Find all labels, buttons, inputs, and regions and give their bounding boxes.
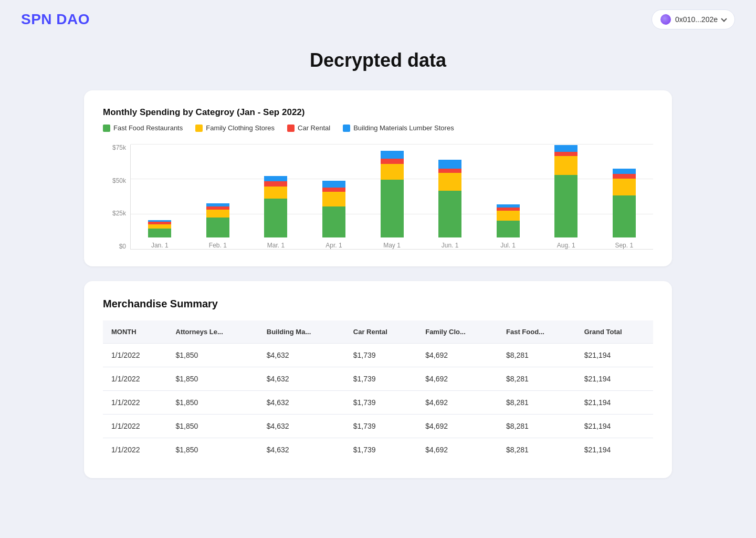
bar-segment-family_clothing [381, 164, 404, 180]
table-cell: $4,692 [417, 415, 498, 438]
chart-title: Monthly Spending by Categroy (Jan - Sep … [103, 107, 653, 118]
bar-segment-fast_food [148, 229, 171, 237]
x-label: Sep. 1 [615, 242, 633, 249]
table-cell: $1,739 [345, 391, 417, 415]
bar-segment-family_clothing [206, 210, 229, 218]
legend-item-car-rental: Car Rental [287, 124, 330, 132]
bar-group: Aug. 1 [537, 144, 595, 249]
x-label: Apr. 1 [326, 242, 342, 249]
y-axis: $0$25k$50k$75k [103, 144, 130, 250]
table-cell: $4,632 [258, 367, 345, 391]
table-cell: $8,281 [498, 367, 576, 391]
bar-segment-building_materials [438, 160, 461, 169]
legend-item-building-materials: Building Materials Lumber Stores [343, 124, 454, 132]
table-cell: $1,739 [345, 344, 417, 367]
table-row: 1/1/2022$1,850$4,632$1,739$4,692$8,281$2… [103, 391, 653, 415]
bar-segment-car_rental [554, 152, 578, 156]
table-cell: 1/1/2022 [103, 344, 167, 367]
header-row: MONTHAttorneys Le...Building Ma...Car Re… [103, 320, 653, 344]
chart-legend: Fast Food RestaurantsFamily Clothing Sto… [103, 124, 653, 132]
x-label: Aug. 1 [557, 242, 575, 249]
x-label: Feb. 1 [209, 242, 227, 249]
wallet-button[interactable]: 0x010...202e [652, 9, 735, 29]
chart-inner: Jan. 1Feb. 1Mar. 1Apr. 1May 1Jun. 1Jul. … [130, 144, 653, 250]
bar-segment-fast_food [497, 221, 520, 237]
logo: SPN DAO [21, 11, 90, 28]
main-content: Decrypted data Monthly Spending by Categ… [63, 39, 693, 524]
table-cell: $1,739 [345, 415, 417, 438]
bar-segment-fast_food [438, 191, 461, 237]
bar-segment-car_rental [613, 174, 636, 178]
table-row: 1/1/2022$1,850$4,632$1,739$4,692$8,281$2… [103, 438, 653, 462]
page-title: Decrypted data [84, 49, 672, 71]
bar-segment-family_clothing [613, 179, 636, 195]
table-column-header: MONTH [103, 320, 167, 344]
table-row: 1/1/2022$1,850$4,632$1,739$4,692$8,281$2… [103, 367, 653, 391]
bar-stack [264, 176, 287, 237]
table-cell: $1,739 [345, 438, 417, 462]
bar-segment-car_rental [322, 188, 345, 192]
bar-group: Jan. 1 [131, 144, 189, 249]
bar-group: Apr. 1 [305, 144, 363, 249]
table-cell: 1/1/2022 [103, 415, 167, 438]
bar-segment-family_clothing [264, 187, 287, 199]
bar-segment-car_rental [381, 159, 404, 164]
legend-label-fast-food: Fast Food Restaurants [113, 124, 183, 132]
x-label: Jul. 1 [500, 242, 516, 249]
bar-segment-fast_food [264, 199, 287, 237]
bar-segment-family_clothing [438, 173, 461, 191]
header: SPN DAO 0x010...202e [0, 0, 756, 39]
bar-segment-fast_food [206, 218, 229, 237]
bar-stack [438, 160, 461, 237]
chart-card: Monthly Spending by Categroy (Jan - Sep … [84, 90, 672, 266]
table-row: 1/1/2022$1,850$4,632$1,739$4,692$8,281$2… [103, 344, 653, 367]
table-cell: $1,850 [167, 438, 258, 462]
table-cell: $1,850 [167, 415, 258, 438]
table-cell: $4,632 [258, 391, 345, 415]
table-column-header: Family Clo... [417, 320, 498, 344]
bar-segment-building_materials [322, 181, 345, 188]
bar-stack [148, 220, 171, 237]
table-cell: $4,632 [258, 438, 345, 462]
x-label: Jan. 1 [151, 242, 169, 249]
table-header: MONTHAttorneys Le...Building Ma...Car Re… [103, 320, 653, 344]
y-label: $50k [112, 178, 126, 184]
bar-stack [554, 145, 578, 237]
bar-segment-family_clothing [497, 211, 520, 221]
table-row: 1/1/2022$1,850$4,632$1,739$4,692$8,281$2… [103, 415, 653, 438]
table-cell: $21,194 [576, 438, 653, 462]
table-title: Merchandise Summary [103, 298, 653, 310]
bar-segment-fast_food [381, 180, 404, 237]
x-label: May 1 [383, 242, 401, 249]
legend-label-building-materials: Building Materials Lumber Stores [353, 124, 454, 132]
bar-segment-building_materials [613, 169, 636, 174]
table-cell: $4,692 [417, 391, 498, 415]
bar-chart: $0$25k$50k$75k Jan. 1Feb. 1Mar. 1Apr. 1M… [103, 144, 653, 250]
table-card: Merchandise Summary MONTHAttorneys Le...… [84, 281, 672, 478]
table-cell: $21,194 [576, 367, 653, 391]
bar-segment-fast_food [554, 175, 578, 237]
bar-group: Feb. 1 [189, 144, 247, 249]
table-cell: 1/1/2022 [103, 438, 167, 462]
bar-stack [322, 181, 345, 237]
table-cell: $4,692 [417, 438, 498, 462]
table-cell: $1,850 [167, 391, 258, 415]
table-cell: $8,281 [498, 438, 576, 462]
table-column-header: Grand Total [576, 320, 653, 344]
table-cell: 1/1/2022 [103, 367, 167, 391]
wallet-avatar [660, 14, 671, 25]
table-body: 1/1/2022$1,850$4,632$1,739$4,692$8,281$2… [103, 344, 653, 462]
table-cell: $1,850 [167, 344, 258, 367]
y-label: $75k [112, 144, 126, 151]
bar-segment-building_materials [554, 145, 578, 152]
table-cell: $8,281 [498, 391, 576, 415]
legend-color-family-clothing [195, 125, 203, 132]
y-label: $0 [119, 243, 126, 250]
bar-group: Sep. 1 [595, 144, 654, 249]
bar-segment-family_clothing [554, 156, 578, 175]
legend-label-family-clothing: Family Clothing Stores [206, 124, 275, 132]
table-cell: $4,632 [258, 344, 345, 367]
table-cell: $8,281 [498, 344, 576, 367]
wallet-address: 0x010...202e [675, 15, 718, 24]
legend-item-family-clothing: Family Clothing Stores [195, 124, 275, 132]
